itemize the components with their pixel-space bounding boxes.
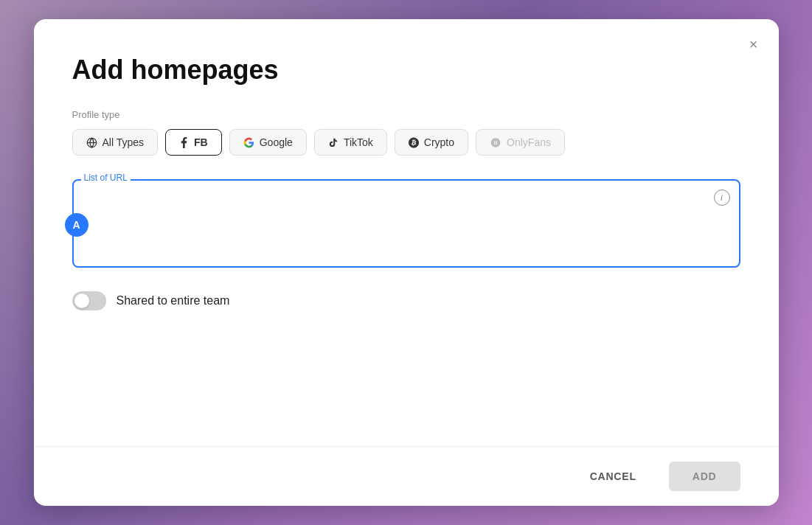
avatar: A: [65, 213, 89, 237]
globe-icon: [86, 137, 97, 148]
add-button[interactable]: ADD: [669, 462, 740, 491]
modal-body: Add homepages Profile type All Types: [34, 19, 779, 446]
dialog: × Add homepages Profile type All Types: [34, 19, 779, 506]
profile-btn-crypto[interactable]: Crypto: [395, 129, 468, 156]
profile-btn-all-types[interactable]: All Types: [72, 129, 159, 156]
profile-type-buttons: All Types FB: [72, 129, 740, 156]
modal-footer: CANCEL ADD: [34, 446, 779, 506]
google-icon: [243, 137, 254, 148]
shared-row: Shared to entire team: [72, 291, 740, 310]
facebook-icon: [179, 137, 189, 148]
tiktok-icon: [328, 137, 339, 148]
close-button[interactable]: ×: [746, 34, 761, 55]
url-field-wrapper: List of URL A i: [72, 179, 740, 271]
onlyfans-icon: [490, 137, 502, 148]
profile-btn-fb[interactable]: FB: [165, 129, 222, 156]
modal-title: Add homepages: [72, 55, 740, 86]
url-textarea[interactable]: [72, 179, 740, 268]
url-field-label: List of URL: [81, 173, 131, 183]
bitcoin-icon: [409, 137, 419, 148]
profile-type-label: Profile type: [72, 109, 740, 120]
shared-label: Shared to entire team: [117, 294, 230, 307]
profile-btn-tiktok[interactable]: TikTok: [314, 129, 387, 156]
shared-toggle[interactable]: [72, 291, 106, 310]
profile-btn-onlyfans[interactable]: OnlyFans: [476, 129, 565, 156]
info-icon[interactable]: i: [714, 190, 730, 206]
modal-overlay: × Add homepages Profile type All Types: [0, 0, 812, 525]
cancel-button[interactable]: CANCEL: [569, 462, 657, 491]
profile-btn-google[interactable]: Google: [229, 129, 307, 156]
